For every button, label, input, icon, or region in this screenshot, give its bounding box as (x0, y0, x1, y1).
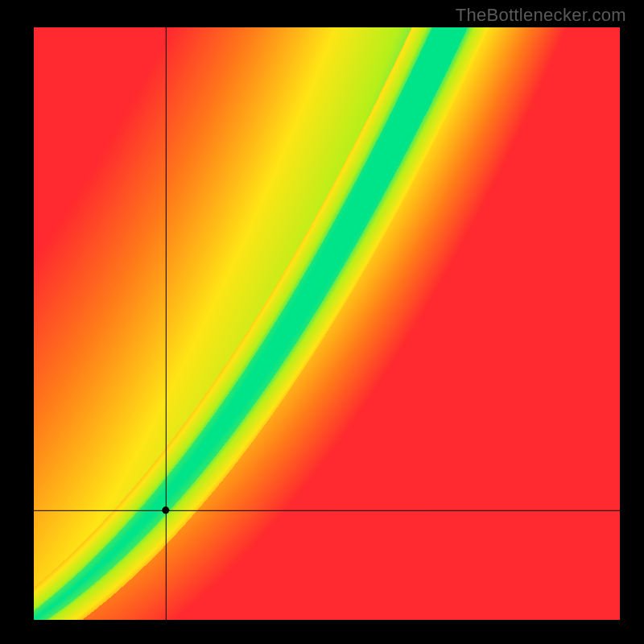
watermark-text: TheBottlenecker.com (456, 5, 626, 26)
bottleneck-heatmap (0, 0, 644, 644)
